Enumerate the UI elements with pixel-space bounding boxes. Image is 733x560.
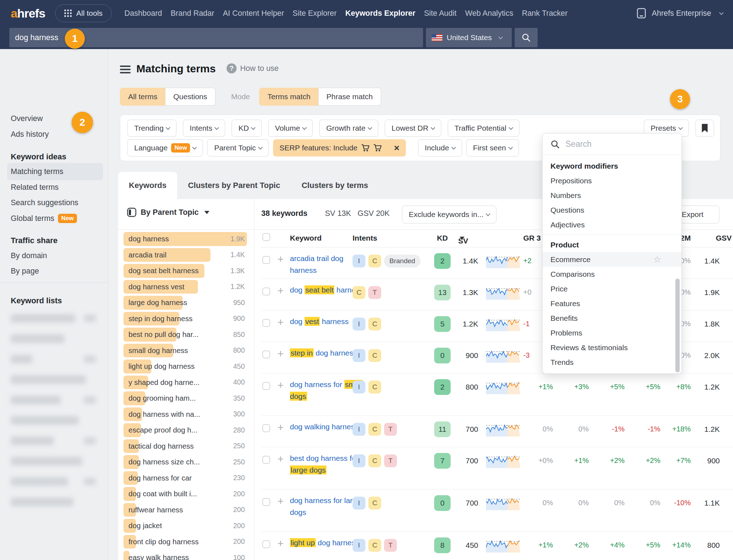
terms-match-toggle[interactable]: Terms match xyxy=(259,88,319,106)
country-select[interactable]: United States xyxy=(426,28,512,47)
nav-item[interactable]: Rank Tracker xyxy=(518,9,572,18)
add-to-list-icon[interactable]: + xyxy=(277,421,284,434)
account-menu[interactable]: Ahrefs Enterprise xyxy=(637,8,723,19)
parent-topic-row[interactable]: dog harness with na...300 xyxy=(123,406,247,423)
filter-traffic-potential[interactable]: Traffic Potential xyxy=(448,120,519,137)
preset-option[interactable]: Numbers xyxy=(543,188,681,203)
row-checkbox[interactable] xyxy=(262,319,270,327)
serp-features-chip[interactable]: SERP features: Include × xyxy=(273,139,406,156)
select-all-checkbox[interactable] xyxy=(262,233,270,241)
add-to-list-icon[interactable]: + xyxy=(277,453,284,465)
preset-option[interactable]: Benefits xyxy=(543,311,681,325)
filter-lowest-dr[interactable]: Lowest DR xyxy=(385,120,441,137)
ahrefs-logo[interactable]: ahrefs xyxy=(11,6,45,20)
parent-topic-row[interactable]: dog coat with built i...200 xyxy=(123,486,247,502)
presets-search[interactable]: Search xyxy=(543,134,681,155)
questions-toggle[interactable]: Questions xyxy=(165,88,215,106)
row-checkbox[interactable] xyxy=(262,351,270,358)
parent-topic-row[interactable]: dog harness size ch...250 xyxy=(123,454,247,470)
tab-clusters-parent-topic[interactable]: Clusters by Parent Topic xyxy=(177,172,291,199)
add-to-list-icon[interactable]: + xyxy=(277,348,284,360)
parent-topic-row[interactable]: easy walk harness100 xyxy=(123,550,247,560)
col-gsv[interactable]: GSV xyxy=(716,234,732,242)
add-to-list-icon[interactable]: + xyxy=(277,316,284,328)
phrase-match-toggle[interactable]: Phrase match xyxy=(318,88,381,106)
preset-option[interactable]: Problems xyxy=(543,325,681,340)
preset-option[interactable]: Price xyxy=(543,281,681,296)
remove-filter-icon[interactable]: × xyxy=(394,143,399,154)
sidebar-item-by-domain[interactable]: By domain xyxy=(11,251,47,260)
search-button[interactable] xyxy=(515,28,538,47)
exclude-keywords-button[interactable]: Exclude keywords in... xyxy=(402,206,496,223)
bookmark-button[interactable] xyxy=(695,120,714,137)
add-to-list-icon[interactable]: + xyxy=(277,379,284,391)
parent-topic-row[interactable]: dog seat belt harness1.3K xyxy=(123,263,247,279)
nav-item[interactable]: AI Content Helper xyxy=(219,9,288,18)
row-checkbox[interactable] xyxy=(262,498,270,506)
row-checkbox[interactable] xyxy=(262,456,270,464)
filter-include[interactable]: Include xyxy=(418,139,462,156)
favorite-star-icon[interactable]: ☆ xyxy=(654,254,661,265)
parent-topic-row[interactable]: tactical dog harness250 xyxy=(123,438,247,454)
preset-option[interactable]: Prepositions xyxy=(543,173,681,188)
parent-topic-row[interactable]: large dog harness950 xyxy=(123,295,247,311)
sidebar-item-related-terms[interactable]: Related terms xyxy=(11,183,59,192)
nav-item[interactable]: Site Audit xyxy=(420,9,461,18)
filter-volume[interactable]: Volume xyxy=(268,120,313,137)
filter-first-seen[interactable]: First seen xyxy=(466,139,519,156)
scrollbar-thumb[interactable] xyxy=(675,279,680,372)
parent-topic-row[interactable]: escape proof dog h...280 xyxy=(123,422,247,438)
nav-item[interactable]: Site Explorer xyxy=(288,9,341,18)
preset-option[interactable]: Questions xyxy=(543,203,681,217)
filter-growth-rate[interactable]: Growth rate xyxy=(319,120,378,137)
row-checkbox[interactable] xyxy=(262,256,270,264)
nav-item[interactable]: Dashboard xyxy=(120,9,166,18)
preset-option[interactable]: Reviews & testimonials xyxy=(543,340,681,355)
parent-topic-row[interactable]: arcadia trail1.4K xyxy=(123,247,247,263)
row-checkbox[interactable] xyxy=(262,424,270,432)
sidebar-item-overview[interactable]: Overview xyxy=(11,114,43,123)
add-to-list-icon[interactable]: + xyxy=(277,537,284,550)
parent-topic-row[interactable]: small dog harness800 xyxy=(123,343,247,359)
filter-language[interactable]: LanguageNew xyxy=(127,139,203,156)
col-keyword[interactable]: Keyword xyxy=(290,234,322,242)
add-to-list-icon[interactable]: + xyxy=(277,285,284,297)
parent-topic-row[interactable]: y shaped dog harne...400 xyxy=(123,375,247,391)
parent-topic-row[interactable]: front clip dog harness200 xyxy=(123,534,247,550)
hamburger-icon[interactable] xyxy=(120,66,131,74)
filter-kd[interactable]: KD xyxy=(232,120,262,137)
sidebar-item-by-page[interactable]: By page xyxy=(11,267,39,276)
parent-topic-row[interactable]: dog grooming ham...350 xyxy=(123,390,247,406)
preset-option[interactable]: Adjectives xyxy=(543,217,681,232)
add-to-list-icon[interactable]: + xyxy=(277,495,284,507)
filter-parent-topic[interactable]: Parent Topic xyxy=(207,139,268,156)
all-tools-button[interactable]: All tools xyxy=(55,4,112,22)
row-checkbox[interactable] xyxy=(262,382,270,390)
parent-topic-row[interactable]: light up dog harness450 xyxy=(123,358,247,375)
all-terms-toggle[interactable]: All terms xyxy=(120,88,166,106)
tab-keywords[interactable]: Keywords xyxy=(118,172,177,199)
parent-topic-row[interactable]: best no pull dog har...850 xyxy=(123,327,247,343)
tab-clusters-terms[interactable]: Clusters by terms xyxy=(291,172,379,199)
parent-topic-row[interactable]: dog harness vest1.2K xyxy=(123,279,247,295)
preset-option[interactable]: Comparisons xyxy=(543,267,681,281)
filter-intents[interactable]: Intents xyxy=(183,120,225,137)
col-kd[interactable]: KD xyxy=(434,234,451,242)
parent-topic-row[interactable]: dog jacket200 xyxy=(123,518,247,534)
row-checkbox[interactable] xyxy=(262,288,270,295)
preset-option[interactable]: Trends xyxy=(543,355,681,370)
nav-item[interactable]: Keywords Explorer xyxy=(341,9,420,18)
how-to-use-link[interactable]: ? How to use xyxy=(227,63,279,73)
parent-topic-row[interactable]: step in dog harness900 xyxy=(123,311,247,327)
row-checkbox[interactable] xyxy=(262,540,270,548)
col-intents[interactable]: Intents xyxy=(353,234,377,242)
col-gr-3m[interactable]: GR 3 xyxy=(523,234,541,242)
nav-item[interactable]: Brand Radar xyxy=(166,9,219,18)
filter-trending[interactable]: Trending xyxy=(127,120,176,137)
group-by-parent-topic[interactable]: By Parent Topic xyxy=(127,208,209,217)
parent-topic-row[interactable]: ruffwear harness200 xyxy=(123,502,247,518)
preset-option[interactable]: Features xyxy=(543,296,681,311)
parent-topic-row[interactable]: dog harness1.9K xyxy=(123,231,247,247)
preset-option[interactable]: Ecommerce☆ xyxy=(543,252,681,267)
sidebar-item-global-terms[interactable]: Global termsNew xyxy=(11,214,77,223)
